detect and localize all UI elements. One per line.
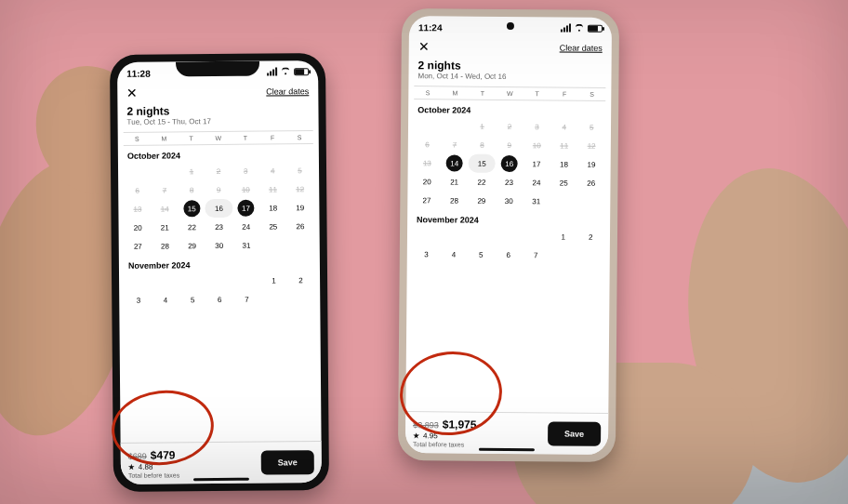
close-icon[interactable]: ✕ — [418, 40, 430, 53]
calendar-day: 10 — [232, 180, 259, 199]
home-indicator — [193, 478, 249, 482]
calendar-day[interactable]: 25 — [550, 173, 578, 192]
calendar-day: 7 — [151, 180, 178, 199]
calendar-day[interactable]: 20 — [124, 219, 151, 237]
wifi-icon — [574, 24, 585, 33]
calendar-day[interactable]: 2 — [576, 228, 604, 246]
weekday-label: M — [151, 132, 178, 144]
calendar-day[interactable]: 24 — [232, 218, 259, 236]
cell-signal-icon — [560, 23, 571, 33]
star-icon — [413, 432, 419, 439]
calendar-day[interactable]: 26 — [286, 217, 313, 235]
calendar-day[interactable]: 30 — [205, 236, 232, 255]
calendar-day[interactable]: 16 — [205, 199, 232, 218]
calendar-empty-cell — [414, 116, 442, 135]
calendar-day: 3 — [523, 117, 551, 136]
calendar-day[interactable]: 22 — [179, 218, 205, 236]
calendar-day[interactable]: 23 — [496, 173, 523, 192]
calendar-container-right: October 20241234567891011121314151617181… — [407, 99, 612, 265]
rating-line: 4.88 — [128, 462, 179, 471]
calendar-day[interactable]: 28 — [441, 191, 469, 209]
close-icon[interactable]: ✕ — [126, 86, 138, 99]
calendar-day: 14 — [151, 199, 178, 218]
weekday-header: SMTWTFS — [124, 130, 313, 146]
calendar-day[interactable]: 29 — [179, 236, 205, 255]
current-price: $479 — [151, 448, 176, 461]
calendar-day: 6 — [414, 135, 442, 153]
calendar-day[interactable]: 19 — [286, 198, 313, 217]
clear-dates-link[interactable]: Clear dates — [266, 86, 309, 96]
status-time: 11:28 — [126, 68, 151, 78]
notch-icon — [176, 61, 259, 77]
calendar-day[interactable]: 21 — [441, 172, 469, 191]
month-label: October 2024 — [408, 99, 611, 118]
calendar-day[interactable]: 31 — [232, 236, 259, 255]
calendar-day: 9 — [496, 136, 523, 154]
calendar-day[interactable]: 5 — [468, 245, 496, 264]
original-price: $3,893 — [413, 420, 439, 430]
calendar-day[interactable]: 18 — [259, 198, 286, 217]
calendar-day[interactable]: 7 — [522, 245, 550, 264]
month-label: November 2024 — [119, 254, 320, 272]
calendar-day[interactable]: 2 — [287, 271, 314, 289]
calendar-day: 6 — [124, 181, 151, 200]
calendar-empty-cell — [440, 226, 468, 245]
save-button[interactable]: Save — [548, 421, 601, 445]
calendar-day[interactable]: 30 — [496, 192, 523, 210]
calendar-day[interactable]: 4 — [152, 290, 179, 309]
calendar-day[interactable]: 28 — [152, 236, 179, 255]
calendar-day[interactable]: 25 — [259, 217, 286, 235]
calendar-day[interactable]: 5 — [179, 290, 205, 309]
weekday-label: S — [124, 133, 151, 145]
calendar-empty-cell — [495, 227, 523, 245]
calendar-day: 8 — [469, 136, 497, 154]
calendar-day: 7 — [441, 135, 469, 153]
calendar-day[interactable]: 15 — [468, 154, 496, 173]
calendar-day[interactable]: 27 — [413, 191, 441, 209]
calendar-day[interactable]: 1 — [550, 227, 577, 245]
calendar-day[interactable]: 23 — [205, 218, 232, 236]
weekday-label: T — [523, 87, 551, 99]
calendar-day[interactable]: 1 — [260, 271, 287, 289]
cell-signal-icon — [266, 67, 277, 77]
calendar-day[interactable]: 14 — [446, 154, 463, 171]
punch-hole-camera-icon — [507, 22, 514, 30]
calendar-day: 4 — [550, 117, 578, 136]
calendar-day: 11 — [550, 136, 578, 154]
calendar-day[interactable]: 20 — [413, 172, 441, 191]
total-label: Total before taxes — [128, 471, 179, 478]
save-button[interactable]: Save — [261, 450, 314, 474]
calendar-day[interactable]: 7 — [233, 290, 260, 309]
calendar-day: 1 — [178, 162, 205, 180]
total-label: Total before taxes — [413, 441, 476, 448]
calendar-day[interactable]: 3 — [125, 291, 152, 310]
calendar-day[interactable]: 22 — [468, 173, 496, 192]
calendar-day[interactable]: 6 — [206, 290, 233, 309]
calendar-day[interactable]: 16 — [501, 155, 518, 172]
calendar-day[interactable]: 17 — [237, 200, 254, 217]
calendar-day[interactable]: 29 — [468, 192, 496, 210]
calendar-day[interactable]: 21 — [152, 218, 179, 236]
calendar-day: 13 — [414, 153, 442, 172]
weekday-header: SMTWTFS — [414, 86, 605, 101]
calendar-day: 2 — [205, 162, 232, 180]
clear-dates-link[interactable]: Clear dates — [560, 43, 603, 52]
calendar-day[interactable]: 31 — [523, 192, 550, 210]
calendar-day[interactable]: 18 — [550, 154, 578, 173]
nights-title: 2 nights — [409, 55, 612, 73]
month-grid: 1234567891011121314151617181920212223242… — [413, 116, 605, 211]
calendar-day[interactable]: 19 — [577, 155, 605, 174]
calendar-day[interactable]: 27 — [125, 237, 152, 256]
calendar-day[interactable]: 6 — [495, 245, 523, 264]
status-time: 11:24 — [418, 22, 443, 33]
battery-icon — [294, 68, 309, 75]
calendar-day[interactable]: 24 — [523, 173, 550, 192]
calendar-day[interactable]: 4 — [440, 245, 468, 263]
calendar-day[interactable]: 26 — [577, 174, 605, 192]
current-price: $1,975 — [443, 418, 477, 431]
weekday-label: F — [550, 87, 578, 99]
calendar-day[interactable]: 3 — [413, 245, 441, 263]
calendar-day[interactable]: 17 — [523, 154, 550, 173]
calendar-day[interactable]: 15 — [183, 200, 200, 217]
weekday-label: M — [442, 86, 470, 99]
